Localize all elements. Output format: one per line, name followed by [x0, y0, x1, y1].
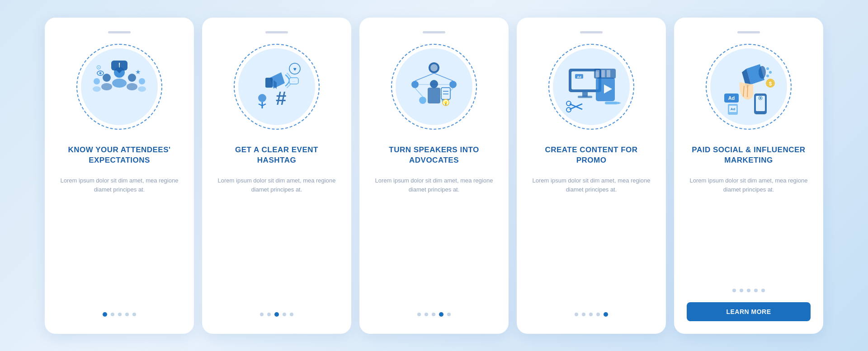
card-title-hashtag: GET A CLEAR EVENT HASHTAG — [215, 142, 339, 169]
dot — [575, 313, 578, 316]
svg-point-29 — [411, 81, 419, 88]
learn-more-button[interactable]: LEARN MORE — [687, 302, 811, 321]
svg-marker-63 — [618, 102, 621, 104]
svg-point-30 — [449, 81, 457, 88]
svg-rect-17 — [265, 78, 273, 88]
svg-text:⚙: ⚙ — [96, 64, 102, 71]
card-desc-attendees: Lorem ipsum dolor sit dim amet, mea regi… — [57, 176, 181, 304]
dot — [761, 289, 765, 292]
influencer-icon: Ad Ad $ — [717, 55, 780, 118]
content-icon: Ad — [560, 55, 623, 118]
card-top-bar — [108, 31, 131, 33]
svg-rect-62 — [605, 102, 618, 104]
dot — [582, 313, 585, 316]
card-speakers: ★ 💡 TURN SPEAKERS INTO ADVOCATES Lorem i… — [359, 18, 509, 334]
dot — [432, 313, 435, 316]
svg-text:💡: 💡 — [443, 101, 448, 105]
dot — [267, 313, 271, 316]
svg-text:#: # — [276, 88, 286, 109]
svg-rect-41 — [441, 88, 450, 99]
svg-point-64 — [759, 66, 766, 79]
card-influencer: Ad Ad $ PAID SOCIAL & INFLUENCER MARKETI… — [674, 18, 823, 334]
svg-rect-38 — [428, 88, 440, 103]
dot-active — [103, 312, 107, 317]
dots-row-1 — [103, 312, 136, 317]
dot-active — [604, 312, 608, 317]
svg-point-60 — [566, 101, 571, 106]
svg-point-39 — [430, 80, 438, 88]
card-title-attendees: KNOW YOUR ATTENDEES' EXPECTATIONS — [57, 142, 181, 169]
dot-active — [439, 312, 443, 317]
icon-wrapper-content: Ad — [546, 42, 637, 132]
svg-point-7 — [93, 86, 101, 92]
speakers-icon: ★ 💡 — [402, 55, 466, 118]
svg-rect-51 — [578, 96, 592, 98]
svg-text:★: ★ — [135, 68, 141, 75]
svg-point-61 — [566, 108, 571, 112]
cards-container: ! ★ ⚙ KNOW YOUR ATTENDEES' EXPECTATIONS … — [27, 9, 841, 343]
dot — [732, 289, 736, 292]
dot — [740, 289, 743, 292]
svg-point-14 — [99, 72, 102, 74]
dot — [417, 313, 421, 316]
dot — [290, 313, 293, 316]
svg-text:!: ! — [118, 61, 121, 69]
icon-wrapper-influencer: Ad Ad $ — [703, 42, 794, 132]
dot-active — [274, 312, 279, 317]
icon-wrapper-hashtag: # ♥ ··· — [231, 42, 322, 132]
svg-point-65 — [766, 67, 769, 70]
dot — [125, 313, 129, 316]
card-desc-speakers: Lorem ipsum dolor sit dim amet, mea regi… — [372, 176, 496, 304]
svg-point-5 — [127, 83, 137, 90]
svg-point-9 — [138, 86, 146, 92]
dot — [111, 313, 114, 316]
svg-point-66 — [769, 71, 772, 74]
dot — [596, 313, 600, 316]
dots-row-5 — [732, 289, 765, 292]
svg-rect-55 — [596, 70, 599, 77]
card-title-speakers: TURN SPEAKERS INTO ADVOCATES — [372, 142, 496, 169]
dot — [747, 289, 750, 292]
svg-line-35 — [415, 88, 423, 97]
attendees-icon: ! ★ ⚙ — [88, 55, 151, 118]
card-title-influencer: PAID SOCIAL & INFLUENCER MARKETING — [687, 142, 811, 169]
card-desc-hashtag: Lorem ipsum dolor sit dim amet, mea regi… — [215, 176, 339, 304]
card-top-bar — [737, 31, 760, 33]
svg-point-1 — [112, 79, 127, 88]
dot — [283, 313, 286, 316]
card-top-bar — [265, 31, 288, 33]
dots-row-3 — [417, 312, 451, 317]
svg-text:Ad: Ad — [728, 95, 735, 101]
svg-line-33 — [415, 73, 434, 81]
svg-rect-57 — [607, 70, 610, 77]
svg-text:♥: ♥ — [293, 66, 296, 72]
svg-text:···: ··· — [292, 80, 296, 84]
dot — [118, 313, 122, 316]
card-hashtag: # ♥ ··· GET A CLEAR EVENT HASHTAG Lorem … — [202, 18, 351, 334]
svg-line-34 — [434, 73, 453, 81]
hashtag-icon: # ♥ ··· — [245, 55, 308, 118]
icon-wrapper-speakers: ★ 💡 — [389, 42, 479, 132]
svg-text:$: $ — [769, 81, 772, 86]
card-content: Ad CREATE CON — [517, 18, 666, 334]
card-attendees: ! ★ ⚙ KNOW YOUR ATTENDEES' EXPECTATIONS … — [45, 18, 194, 334]
svg-point-67 — [766, 75, 769, 77]
icon-wrapper-attendees: ! ★ ⚙ — [74, 42, 165, 132]
dot — [447, 313, 451, 316]
svg-point-19 — [258, 94, 266, 102]
svg-point-8 — [139, 78, 145, 84]
dot — [425, 313, 428, 316]
dot — [132, 313, 136, 316]
dot — [754, 289, 758, 292]
svg-line-69 — [747, 85, 748, 97]
svg-point-73 — [760, 97, 761, 99]
svg-text:Ad: Ad — [577, 75, 581, 79]
card-desc-content: Lorem ipsum dolor sit dim amet, mea regi… — [529, 176, 653, 304]
card-top-bar — [423, 31, 445, 33]
svg-point-28 — [430, 64, 438, 71]
svg-point-3 — [101, 83, 112, 90]
dot — [260, 313, 264, 316]
svg-rect-56 — [601, 70, 605, 77]
card-title-content: CREATE CONTENT FOR PROMO — [529, 142, 653, 169]
dot — [589, 313, 593, 316]
